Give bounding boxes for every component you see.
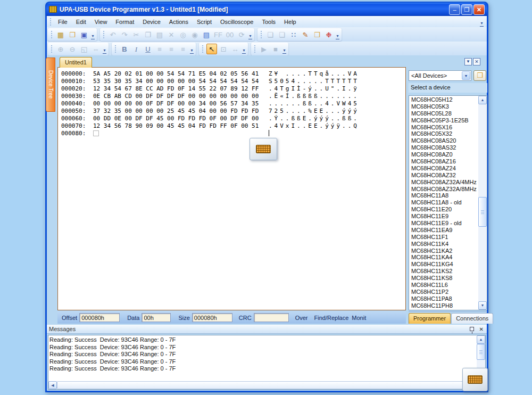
select-arrow-button[interactable]: ↖ (206, 44, 217, 54)
hex-selection-box[interactable] (93, 130, 99, 136)
next-page-button[interactable]: ❏ (277, 29, 287, 40)
device-list-item[interactable]: MC68HC11P2 (410, 289, 478, 295)
cut-button[interactable]: ✂ (131, 29, 142, 40)
hex-ascii[interactable]: .4TgIÌ-ý..U".I.ÿ (269, 85, 359, 93)
zoom-in-button[interactable]: ⊕ (55, 44, 66, 54)
fit-page-button[interactable]: ◱ (79, 44, 89, 54)
device-filter-select[interactable]: <All Devices> ▼ (409, 70, 471, 81)
device-list-item[interactable]: MC68HC05L28 (410, 110, 478, 117)
fill-00-button[interactable]: 00 (225, 29, 235, 40)
device-list-item[interactable]: MC68HC11KS2 (410, 268, 478, 275)
stop-button[interactable]: ■ (270, 44, 281, 54)
hex-editor[interactable]: 000000: 5A A5 20 02 01 00 00 54 54 71 E5… (57, 67, 406, 310)
device-tree-tab[interactable]: Device Tree (46, 57, 55, 112)
device-list-item[interactable]: MC68HC08AS20 (410, 137, 478, 144)
menu-item[interactable]: View (90, 17, 112, 27)
toolbar-overflow-chevron[interactable]: ▾ (247, 30, 253, 39)
tab-connections[interactable]: Connections (451, 313, 493, 324)
device-list-item[interactable]: MC68HC08AS32 (410, 144, 478, 151)
toolbar-overflow-chevron[interactable]: ▾ (90, 30, 96, 39)
chevron-down-icon[interactable]: ▼ (462, 71, 470, 80)
prev-page-button[interactable]: ❏ (265, 29, 276, 40)
scrollbar-thumb[interactable] (478, 197, 487, 227)
hex-ascii[interactable]: S5054.....TTTTTT (269, 78, 359, 85)
toolbar-overflow-chevron[interactable]: ▾ (241, 44, 247, 54)
overwrite-mode-toggle[interactable]: Over (295, 315, 308, 321)
crc-field[interactable] (254, 313, 289, 322)
toolbar-grip[interactable] (114, 45, 117, 53)
toolbar-overflow-chevron[interactable]: ▾ (102, 44, 107, 54)
edit-script-button[interactable]: ✎ (300, 29, 311, 40)
redo-button[interactable]: ↷ (119, 29, 130, 40)
save-button[interactable]: ▣ (79, 29, 89, 40)
scrollbar-thumb[interactable] (57, 381, 475, 389)
bold-button[interactable]: B (119, 44, 130, 54)
device-list-item[interactable]: MC68HC11KA4 (410, 254, 478, 261)
open-device-button[interactable]: ❒ (473, 70, 486, 81)
device-list-item[interactable]: MC68HC11L6 (410, 282, 478, 289)
monitor-toggle[interactable]: Monit (352, 315, 366, 321)
paste-button[interactable]: ▤ (154, 29, 165, 40)
device-list-item[interactable]: MC68HC05X32 (410, 130, 478, 137)
device-list-item[interactable]: MC68HC11KG4 (410, 261, 478, 268)
toolbar-overflow-chevron[interactable]: ▾ (281, 44, 287, 54)
onscreen-keyboard-button[interactable] (250, 138, 277, 160)
pin-icon[interactable] (470, 327, 474, 331)
toolbar-grip[interactable] (254, 45, 256, 53)
device-list-item[interactable]: MC68HC11KS8 (410, 275, 478, 282)
fill-ff-button[interactable]: FF (213, 29, 223, 40)
menu-item[interactable]: Edit (72, 17, 90, 27)
toolbar-grip[interactable] (202, 45, 204, 53)
scroll-up-button[interactable]: ▲ (477, 335, 485, 344)
tab-list-dropdown-button[interactable]: ▼ (464, 58, 472, 65)
device-list-item[interactable]: MC68HC05H12 (410, 96, 478, 103)
align-left-button[interactable]: ≡ (154, 44, 165, 54)
device-list-item[interactable]: MC68HC11A8 (410, 192, 478, 199)
toolbar-overflow-chevron[interactable]: ▾ (189, 44, 195, 54)
hex-bytes[interactable]: 12 34 54 67 8E CC AD FD 0F 14 55 22 07 8… (93, 85, 262, 93)
debug-bug-button[interactable]: ❉ (323, 29, 334, 40)
device-folder-button[interactable]: ❒ (312, 29, 322, 40)
device-list-item[interactable]: MC68HC08AZ32A/8MHz (410, 186, 478, 193)
toolbar-grip[interactable] (103, 30, 105, 38)
align-center-button[interactable]: ≡ (166, 44, 177, 54)
toolbar-grip[interactable] (51, 45, 53, 53)
hex-ascii[interactable]: 725....%EE...ýýý (269, 108, 359, 115)
size-field[interactable]: 000080h (192, 313, 232, 322)
grid-button[interactable]: ∷ (288, 29, 299, 40)
menu-item[interactable]: Oscilloscope (216, 17, 257, 27)
menu-item[interactable]: Actions (165, 17, 193, 27)
device-list-item[interactable]: MC68HC11PH8 (410, 302, 478, 309)
data-field[interactable]: 00h (142, 313, 171, 322)
hex-ascii[interactable]: .Ý..ßßE.ýýý..ßß. (269, 115, 359, 122)
device-list-item[interactable]: MC68HC11E9 - old (410, 220, 478, 227)
find-next-button[interactable]: ◉ (189, 29, 200, 40)
toolbar-grip[interactable] (51, 30, 53, 38)
toolbar-grip[interactable] (260, 30, 263, 38)
measure-width-button[interactable]: ↔ (230, 44, 240, 54)
hex-ascii[interactable]: Z¥ ....TTqå...VA (269, 70, 359, 78)
view-document-button[interactable]: ▤ (201, 29, 212, 40)
hex-bytes[interactable]: 00 00 00 00 00 0F DF DF 00 00 34 00 56 5… (93, 100, 262, 108)
zoom-region-button[interactable]: ⊡ (218, 44, 229, 54)
zoom-out-button[interactable]: ⊖ (67, 44, 78, 54)
device-list-item[interactable]: MC68HC11EA9 (410, 227, 478, 234)
undo-button[interactable]: ↶ (107, 29, 118, 40)
find-replace-toggle[interactable]: Find/Replace (314, 315, 349, 321)
device-list-item[interactable]: MC68HC08AZ32A/4MHz (410, 179, 478, 186)
hex-bytes[interactable]: 0E CB AB CD 00 DF DF DF DF 00 00 00 00 0… (93, 93, 262, 100)
menubar-overflow-chevron[interactable]: ▾ (479, 17, 485, 27)
device-list-scrollbar[interactable]: ▲ ▼ (478, 96, 487, 310)
device-list-item[interactable]: MC68HC08AZ32 (410, 172, 478, 179)
hex-bytes[interactable]: 5A A5 20 02 01 00 00 54 54 71 E5 04 02 0… (93, 70, 262, 78)
device-list-item[interactable]: MC68HC11PA8 (410, 295, 478, 302)
offset-field[interactable]: 000080h (79, 313, 120, 322)
device-list-item[interactable]: MC68HC05K3 (410, 103, 478, 110)
menu-item[interactable]: Tools (257, 17, 280, 27)
new-file-button[interactable]: ▦ (55, 29, 66, 40)
document-tab[interactable]: Untited1 (60, 57, 92, 68)
scroll-left-button[interactable]: ◀ (48, 381, 57, 389)
fit-width-button[interactable]: ⇔ (90, 44, 101, 54)
device-list-item[interactable]: MC68HC11KA2 (410, 248, 478, 254)
italic-button[interactable]: I (131, 44, 142, 54)
